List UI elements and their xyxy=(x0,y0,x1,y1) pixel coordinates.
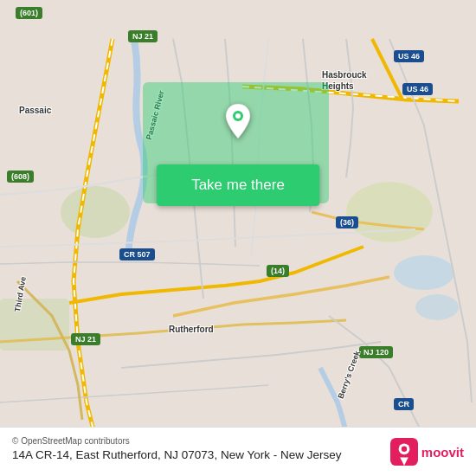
badge-us46-2: US 46 xyxy=(402,83,433,95)
moovit-logo: moovit xyxy=(390,438,464,466)
svg-point-5 xyxy=(346,182,433,242)
svg-point-3 xyxy=(61,186,130,238)
badge-nj120: NJ 120 xyxy=(359,346,393,358)
badge-us46-1: US 46 xyxy=(394,50,424,62)
svg-point-7 xyxy=(235,113,241,119)
address-text: 14A CR-14, East Rutherford, NJ 07073, Ne… xyxy=(12,447,382,464)
moovit-text: moovit xyxy=(421,445,464,460)
badge-nj21-top: NJ 21 xyxy=(128,30,158,42)
map-container: (601) NJ 21 US 46 US 46 (608) CR 507 (14… xyxy=(0,0,476,476)
info-bar: © OpenStreetMap contributors 14A CR-14, … xyxy=(0,427,476,476)
svg-point-2 xyxy=(415,294,459,320)
label-rutherford: Rutherford xyxy=(169,325,214,334)
address-section: © OpenStreetMap contributors 14A CR-14, … xyxy=(12,436,382,464)
svg-point-10 xyxy=(402,447,407,452)
badge-cr-bottom: CR xyxy=(394,398,414,410)
osm-credit: © OpenStreetMap contributors xyxy=(12,436,382,446)
badge-14: (14) xyxy=(267,265,289,277)
badge-nj21-bottom: NJ 21 xyxy=(71,333,100,345)
badge-cr507: CR 507 xyxy=(119,248,155,261)
label-passaic: Passaic xyxy=(19,106,51,115)
badge-608: (608) xyxy=(7,170,34,183)
svg-point-1 xyxy=(394,255,454,290)
moovit-icon xyxy=(390,438,418,466)
take-me-there-button[interactable]: Take me there xyxy=(157,164,319,206)
badge-36: (36) xyxy=(336,216,358,228)
badge-601: (601) xyxy=(16,7,42,19)
svg-rect-4 xyxy=(0,299,69,351)
map-pin xyxy=(219,102,257,144)
